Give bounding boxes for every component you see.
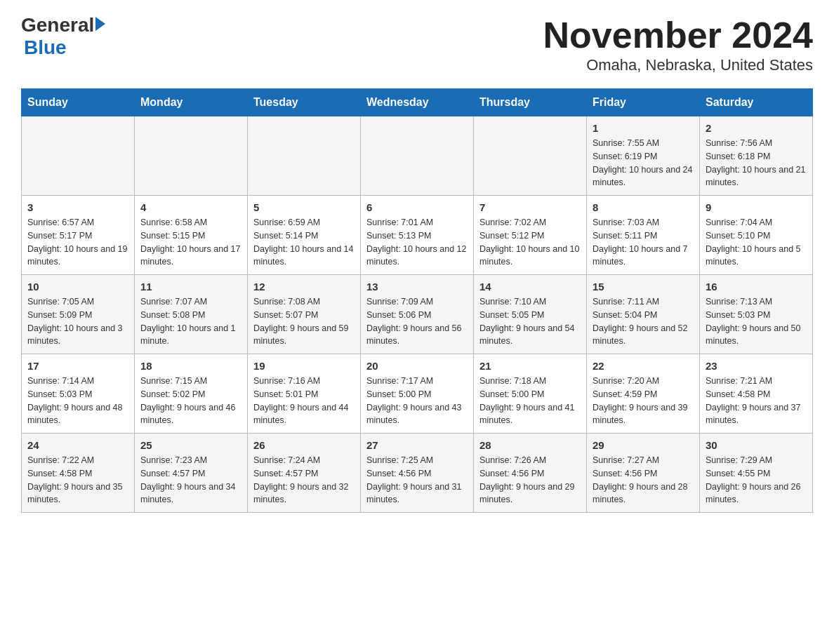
table-row: 19Sunrise: 7:16 AMSunset: 5:01 PMDayligh… <box>248 354 361 434</box>
day-info: Sunrise: 7:25 AMSunset: 4:56 PMDaylight:… <box>366 454 468 507</box>
day-number: 14 <box>479 281 581 293</box>
day-number: 10 <box>27 281 128 293</box>
day-info: Sunrise: 7:22 AMSunset: 4:58 PMDaylight:… <box>27 454 128 507</box>
day-info: Sunrise: 7:11 AMSunset: 5:04 PMDaylight:… <box>593 295 694 348</box>
calendar-title: November 2024 <box>543 14 813 56</box>
table-row: 13Sunrise: 7:09 AMSunset: 5:06 PMDayligh… <box>361 275 474 354</box>
header-saturday: Saturday <box>700 89 813 116</box>
header-wednesday: Wednesday <box>361 89 474 116</box>
table-row: 15Sunrise: 7:11 AMSunset: 5:04 PMDayligh… <box>587 275 700 354</box>
day-number: 5 <box>253 201 355 213</box>
calendar-subtitle: Omaha, Nebraska, United States <box>543 56 813 74</box>
calendar-week-row: 24Sunrise: 7:22 AMSunset: 4:58 PMDayligh… <box>22 434 813 513</box>
day-info: Sunrise: 7:15 AMSunset: 5:02 PMDaylight:… <box>140 375 241 427</box>
table-row: 29Sunrise: 7:27 AMSunset: 4:56 PMDayligh… <box>587 434 700 513</box>
day-number: 24 <box>27 439 128 451</box>
table-row: 20Sunrise: 7:17 AMSunset: 5:00 PMDayligh… <box>361 354 474 434</box>
page-header: General Blue November 2024 Omaha, Nebras… <box>21 14 813 74</box>
day-number: 19 <box>253 360 355 372</box>
table-row: 24Sunrise: 7:22 AMSunset: 4:58 PMDayligh… <box>22 434 135 513</box>
table-row: 1Sunrise: 7:55 AMSunset: 6:19 PMDaylight… <box>587 116 700 196</box>
day-info: Sunrise: 7:18 AMSunset: 5:00 PMDaylight:… <box>479 375 581 427</box>
table-row: 18Sunrise: 7:15 AMSunset: 5:02 PMDayligh… <box>135 354 248 434</box>
table-row: 10Sunrise: 7:05 AMSunset: 5:09 PMDayligh… <box>22 275 135 354</box>
header-sunday: Sunday <box>22 89 135 116</box>
day-number: 30 <box>706 439 807 451</box>
table-row <box>22 116 135 196</box>
day-info: Sunrise: 7:03 AMSunset: 5:11 PMDaylight:… <box>593 216 694 269</box>
header-monday: Monday <box>135 89 248 116</box>
day-number: 28 <box>479 439 581 451</box>
day-info: Sunrise: 7:01 AMSunset: 5:13 PMDaylight:… <box>366 216 468 269</box>
day-info: Sunrise: 7:27 AMSunset: 4:56 PMDaylight:… <box>593 454 694 507</box>
day-number: 25 <box>140 439 241 451</box>
table-row: 27Sunrise: 7:25 AMSunset: 4:56 PMDayligh… <box>361 434 474 513</box>
day-info: Sunrise: 7:04 AMSunset: 5:10 PMDaylight:… <box>706 216 807 269</box>
table-row <box>361 116 474 196</box>
table-row <box>474 116 587 196</box>
day-info: Sunrise: 7:07 AMSunset: 5:08 PMDaylight:… <box>140 295 241 348</box>
day-number: 2 <box>706 122 807 134</box>
header-friday: Friday <box>587 89 700 116</box>
table-row: 26Sunrise: 7:24 AMSunset: 4:57 PMDayligh… <box>248 434 361 513</box>
calendar-week-row: 10Sunrise: 7:05 AMSunset: 5:09 PMDayligh… <box>22 275 813 354</box>
calendar-week-row: 17Sunrise: 7:14 AMSunset: 5:03 PMDayligh… <box>22 354 813 434</box>
calendar-week-row: 3Sunrise: 6:57 AMSunset: 5:17 PMDaylight… <box>22 196 813 275</box>
table-row <box>248 116 361 196</box>
table-row: 14Sunrise: 7:10 AMSunset: 5:05 PMDayligh… <box>474 275 587 354</box>
day-number: 22 <box>593 360 694 372</box>
day-info: Sunrise: 7:05 AMSunset: 5:09 PMDaylight:… <box>27 295 128 348</box>
day-info: Sunrise: 7:21 AMSunset: 4:58 PMDaylight:… <box>706 375 807 427</box>
day-number: 7 <box>479 201 581 213</box>
table-row: 11Sunrise: 7:07 AMSunset: 5:08 PMDayligh… <box>135 275 248 354</box>
day-number: 21 <box>479 360 581 372</box>
calendar-week-row: 1Sunrise: 7:55 AMSunset: 6:19 PMDaylight… <box>22 116 813 196</box>
day-number: 13 <box>366 281 468 293</box>
logo-arrow-icon <box>95 17 105 31</box>
day-info: Sunrise: 7:29 AMSunset: 4:55 PMDaylight:… <box>706 454 807 507</box>
table-row: 6Sunrise: 7:01 AMSunset: 5:13 PMDaylight… <box>361 196 474 275</box>
day-info: Sunrise: 7:14 AMSunset: 5:03 PMDaylight:… <box>27 375 128 427</box>
table-row <box>135 116 248 196</box>
table-row: 28Sunrise: 7:26 AMSunset: 4:56 PMDayligh… <box>474 434 587 513</box>
day-number: 9 <box>706 201 807 213</box>
day-info: Sunrise: 7:08 AMSunset: 5:07 PMDaylight:… <box>253 295 355 348</box>
header-tuesday: Tuesday <box>248 89 361 116</box>
day-number: 1 <box>593 122 694 134</box>
day-info: Sunrise: 7:56 AMSunset: 6:18 PMDaylight:… <box>706 137 807 189</box>
header-thursday: Thursday <box>474 89 587 116</box>
day-info: Sunrise: 7:02 AMSunset: 5:12 PMDaylight:… <box>479 216 581 269</box>
day-info: Sunrise: 6:57 AMSunset: 5:17 PMDaylight:… <box>27 216 128 269</box>
day-info: Sunrise: 7:13 AMSunset: 5:03 PMDaylight:… <box>706 295 807 348</box>
table-row: 7Sunrise: 7:02 AMSunset: 5:12 PMDaylight… <box>474 196 587 275</box>
table-row: 16Sunrise: 7:13 AMSunset: 5:03 PMDayligh… <box>700 275 813 354</box>
day-info: Sunrise: 7:26 AMSunset: 4:56 PMDaylight:… <box>479 454 581 507</box>
logo-general-text: General <box>21 14 94 36</box>
day-number: 15 <box>593 281 694 293</box>
day-number: 29 <box>593 439 694 451</box>
day-info: Sunrise: 7:20 AMSunset: 4:59 PMDaylight:… <box>593 375 694 427</box>
day-info: Sunrise: 7:16 AMSunset: 5:01 PMDaylight:… <box>253 375 355 427</box>
logo: General Blue <box>21 14 105 59</box>
day-info: Sunrise: 7:55 AMSunset: 6:19 PMDaylight:… <box>593 137 694 189</box>
table-row: 2Sunrise: 7:56 AMSunset: 6:18 PMDaylight… <box>700 116 813 196</box>
day-info: Sunrise: 7:24 AMSunset: 4:57 PMDaylight:… <box>253 454 355 507</box>
weekday-header-row: Sunday Monday Tuesday Wednesday Thursday… <box>22 89 813 116</box>
day-info: Sunrise: 7:10 AMSunset: 5:05 PMDaylight:… <box>479 295 581 348</box>
table-row: 5Sunrise: 6:59 AMSunset: 5:14 PMDaylight… <box>248 196 361 275</box>
day-info: Sunrise: 7:17 AMSunset: 5:00 PMDaylight:… <box>366 375 468 427</box>
day-number: 26 <box>253 439 355 451</box>
day-info: Sunrise: 6:59 AMSunset: 5:14 PMDaylight:… <box>253 216 355 269</box>
day-number: 4 <box>140 201 241 213</box>
calendar-table: Sunday Monday Tuesday Wednesday Thursday… <box>21 88 813 513</box>
title-block: November 2024 Omaha, Nebraska, United St… <box>543 14 813 74</box>
day-number: 27 <box>366 439 468 451</box>
day-info: Sunrise: 7:23 AMSunset: 4:57 PMDaylight:… <box>140 454 241 507</box>
day-info: Sunrise: 6:58 AMSunset: 5:15 PMDaylight:… <box>140 216 241 269</box>
day-info: Sunrise: 7:09 AMSunset: 5:06 PMDaylight:… <box>366 295 468 348</box>
table-row: 23Sunrise: 7:21 AMSunset: 4:58 PMDayligh… <box>700 354 813 434</box>
table-row: 21Sunrise: 7:18 AMSunset: 5:00 PMDayligh… <box>474 354 587 434</box>
table-row: 30Sunrise: 7:29 AMSunset: 4:55 PMDayligh… <box>700 434 813 513</box>
day-number: 23 <box>706 360 807 372</box>
day-number: 8 <box>593 201 694 213</box>
